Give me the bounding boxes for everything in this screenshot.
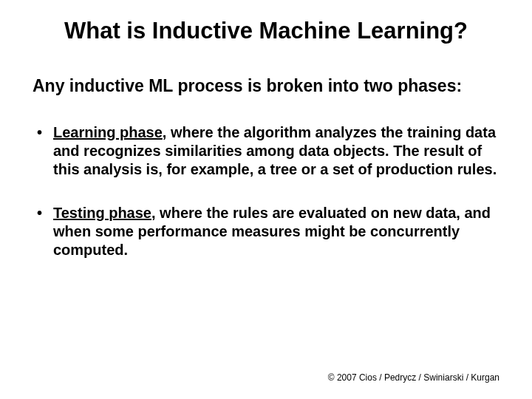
list-item: Learning phase, where the algorithm anal… <box>33 123 499 179</box>
list-item: Testing phase, where the rules are evalu… <box>33 204 499 259</box>
slide-title: What is Inductive Machine Learning? <box>33 18 499 44</box>
slide-content: What is Inductive Machine Learning? Any … <box>0 0 532 259</box>
intro-text: Any inductive ML process is broken into … <box>33 75 499 97</box>
phase-label: Testing phase <box>53 205 151 221</box>
copyright-footer: © 2007 Cios / Pedrycz / Swiniarski / Kur… <box>328 372 499 383</box>
phase-label: Learning phase <box>53 124 163 140</box>
bullet-list: Learning phase, where the algorithm anal… <box>33 123 499 259</box>
